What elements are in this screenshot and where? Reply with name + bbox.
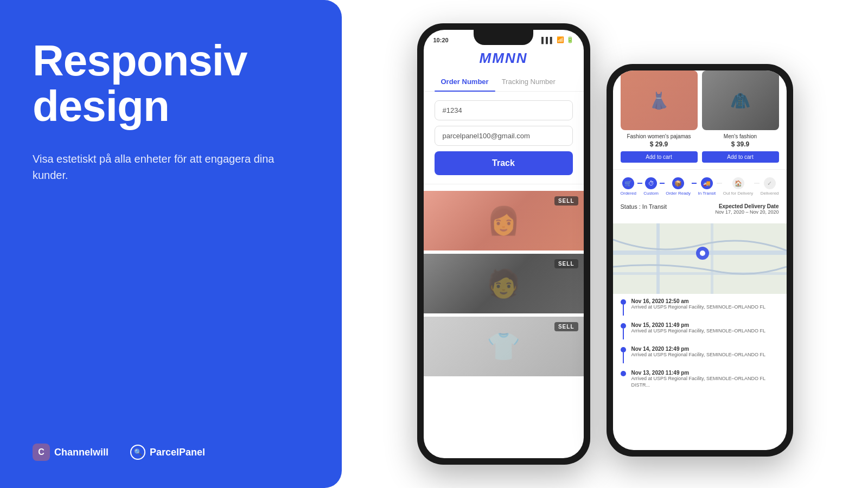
product-mini-price-1: $ 29.9 [621,140,698,148]
phone1-status-icons: ▌▌▌ 📶 🔋 [541,36,573,43]
step-icon-custom: ⏱ [645,177,657,189]
svg-rect-2 [656,223,660,294]
step-line-1 [637,183,642,184]
map-container [613,223,787,294]
divider [424,184,584,184]
sell-badge-1: SELL [554,196,578,206]
app-logo: MMNN [424,46,584,73]
track-button[interactable]: Track [435,151,573,175]
headline: Responsiv design [33,38,309,129]
step-line-2 [660,183,665,184]
tab-tracking-number[interactable]: Tracking Number [495,73,562,91]
wifi-icon: 📶 [557,36,564,43]
add-to-cart-btn-2[interactable]: Add to cart [702,151,779,163]
svg-rect-4 [711,223,713,294]
tracking-event-1: Nov 16, 2020 12:50 am Arrived at USPS Re… [621,298,779,316]
tab-bar: Order Number Tracking Number [424,73,584,92]
tracking-event-3: Nov 14, 2020 12:49 pm Arrived at USPS Re… [621,346,779,363]
step-line-4 [717,183,722,184]
event-text-2: Nov 15, 2020 11:49 pm Arrived at USPS Re… [631,322,779,339]
event-line-2 [623,329,624,339]
svg-point-6 [700,251,705,256]
event-desc-1: Arrived at USPS Regional Facility, SEMIN… [631,304,779,311]
step-line-3 [692,183,697,184]
product-mini-2: 🧥 Men's fashion $ 39.9 Add to cart [702,70,779,163]
phone-mockup-1: 10:20 ▌▌▌ 📶 🔋 MMNN Order Number Tracking… [417,23,590,465]
step-icon-delivered: ✓ [764,177,776,189]
step-custom: ⏱ Custom [643,177,659,196]
event-time-3: Nov 14, 2020 12:49 pm [631,346,779,352]
products-row: 👗 Fashion women's pajamas $ 29.9 Add to … [613,70,787,169]
event-desc-2: Arrived at USPS Regional Facility, SEMIN… [631,328,779,335]
tab-order-number[interactable]: Order Number [435,73,495,91]
status-row: Status : In Transit Expected Delivery Da… [621,200,779,219]
parcelpanel-icon: 🔍 [130,445,145,460]
product-mini-name-2: Men's fashion [702,133,779,139]
status-label: Status : In Transit [621,203,667,210]
tracking-timeline: 🛒 Ordered ⏱ Custom 📦 Order Ready [613,169,787,223]
add-to-cart-btn-1[interactable]: Add to cart [621,151,698,163]
tracking-event-2: Nov 15, 2020 11:49 pm Arrived at USPS Re… [621,322,779,339]
event-dot-4 [621,371,626,376]
order-number-input[interactable]: #1234 [435,100,573,120]
sell-badge-2: SELL [554,259,578,268]
email-input[interactable]: parcelpanel100@gmail.com [435,126,573,146]
step-out-for-delivery: 🏠 Out for Delivery [723,177,754,196]
parcelpanel-label: ParcelPanel [150,447,205,458]
channelwill-label: Channelwill [54,447,108,458]
tracking-events: Nov 16, 2020 12:50 am Arrived at USPS Re… [613,294,787,399]
map-svg [613,223,787,294]
phone1-notch [474,30,533,45]
delivery-date-val: Nov 17, 2020 – Nov 20, 2020 [715,209,778,215]
timeline-bar: 🛒 Ordered ⏱ Custom 📦 Order Ready [621,175,779,198]
product-mini-1: 👗 Fashion women's pajamas $ 29.9 Add to … [621,70,698,163]
step-in-transit: 🚚 In Transit [698,177,716,196]
step-icon-out-delivery: 🏠 [732,177,744,189]
phone1-inner: 10:20 ▌▌▌ 📶 🔋 MMNN Order Number Tracking… [424,30,584,458]
branding: C Channelwill 🔍 ParcelPanel [33,444,309,461]
step-line-5 [754,183,759,184]
channelwill-icon: C [33,444,50,461]
event-dot-2 [621,323,626,329]
product-mini-price-2: $ 39.9 [702,140,779,148]
product-mini-name-1: Fashion women's pajamas [621,133,698,139]
step-icon-ordered: 🛒 [622,177,634,189]
event-line-1 [623,305,624,316]
tracking-event-4: Nov 13, 2020 11:49 pm Arrived at USPS Re… [621,370,779,388]
product-card-1: 👩 SELL [424,191,584,251]
event-dot-1 [621,299,626,305]
subtext: Visa estetiskt på alla enheter för att e… [33,151,309,183]
phone2-inner: 👗 Fashion women's pajamas $ 29.9 Add to … [613,70,787,450]
product-card-2: 🧑 SELL [424,254,584,313]
product-mini-img-2: 🧥 [702,70,779,130]
event-text-3: Nov 14, 2020 12:49 pm Arrived at USPS Re… [631,346,779,363]
parcelpanel-brand: 🔍 ParcelPanel [130,445,205,460]
signal-icon: ▌▌▌ [541,37,554,43]
product-mini-img-1: 👗 [621,70,698,130]
phone-mockup-2: 👗 Fashion women's pajamas $ 29.9 Add to … [607,64,793,457]
step-ordered: 🛒 Ordered [621,177,636,196]
event-desc-3: Arrived at USPS Regional Facility, SEMIN… [631,352,779,358]
phone1-time: 10:20 [433,37,449,43]
battery-icon: 🔋 [566,36,574,43]
step-icon-in-transit: 🚚 [701,177,713,189]
channelwill-brand: C Channelwill [33,444,108,461]
step-order-ready: 📦 Order Ready [666,177,691,196]
step-delivered: ✓ Delivered [761,177,779,196]
step-icon-order-ready: 📦 [672,177,684,189]
left-panel: Responsiv design Visa estetiskt på alla … [0,0,342,488]
event-time-1: Nov 16, 2020 12:50 am [631,298,779,304]
right-section: 10:20 ▌▌▌ 📶 🔋 MMNN Order Number Tracking… [342,0,868,488]
event-desc-4: Arrived at USPS Regional Facility, SEMIN… [631,376,779,388]
delivery-date: Expected Delivery Date Nov 17, 2020 – No… [715,203,778,215]
event-line-3 [623,352,624,363]
delivery-date-label: Expected Delivery Date [715,203,778,209]
event-text-1: Nov 16, 2020 12:50 am Arrived at USPS Re… [631,298,779,316]
sell-badge-3: SELL [554,322,578,331]
event-dot-3 [621,347,626,352]
event-text-4: Nov 13, 2020 11:49 pm Arrived at USPS Re… [631,370,779,388]
product-card-3: 👕 SELL [424,317,584,376]
event-time-4: Nov 13, 2020 11:49 pm [631,370,779,376]
event-time-2: Nov 15, 2020 11:49 pm [631,322,779,328]
